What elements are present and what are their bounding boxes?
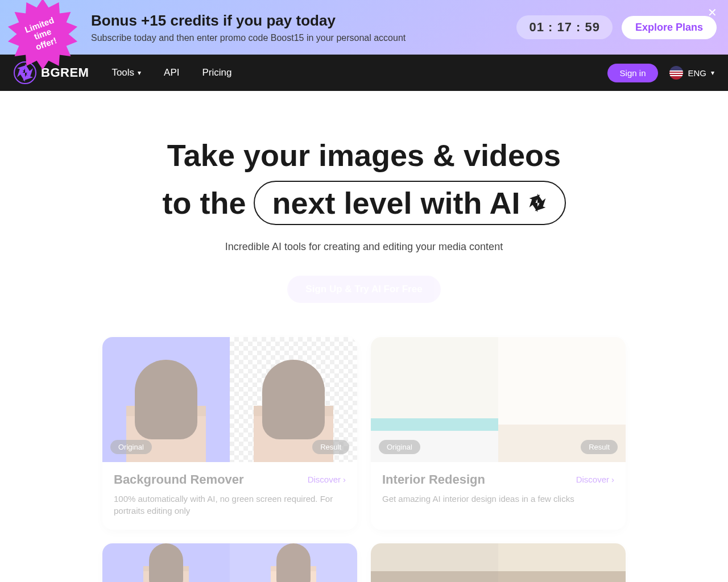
nav-tools[interactable]: Tools ▾ — [111, 67, 141, 78]
aperture-icon — [527, 193, 548, 213]
nav-api[interactable]: API — [164, 67, 179, 78]
card-head: Background Remover Discover › — [114, 472, 346, 487]
promo-title: Bonus +15 credits if you pay today — [91, 12, 516, 30]
card-body: Interior Redesign Discover › Get amazing… — [371, 462, 626, 518]
person-icon — [143, 543, 189, 582]
nav-right: Sign in ENG ▾ — [607, 64, 714, 82]
promo-banner: Limited time offer! Bonus +15 credits if… — [0, 0, 728, 55]
discover-label: Discover — [308, 475, 341, 484]
image-result-half — [498, 543, 626, 582]
badge-original: Original — [110, 440, 152, 454]
image-result-half — [230, 543, 357, 582]
main-nav: BGREM Tools ▾ API Pricing Sign in ENG ▾ — [0, 55, 728, 91]
flag-us-icon — [669, 66, 683, 80]
signin-button[interactable]: Sign in — [607, 64, 659, 82]
image-original-half — [102, 543, 230, 582]
chevron-down-icon: ▾ — [711, 69, 714, 77]
chevron-right-icon: › — [343, 475, 346, 484]
limited-offer-burst: Limited time offer! — [6, 0, 80, 71]
language-label: ENG — [688, 68, 706, 78]
card-head: Interior Redesign Discover › — [382, 472, 614, 487]
card-background-remover[interactable]: Original Result Background Remover Disco… — [102, 337, 357, 530]
tool-cards: Original Result Background Remover Disco… — [91, 337, 637, 583]
nav-pricing[interactable]: Pricing — [202, 67, 231, 78]
card-image: Original Result — [102, 337, 357, 462]
hero-pill-text: next level with AI — [272, 185, 520, 221]
card-title: Interior Redesign — [382, 472, 485, 487]
card-body: Background Remover Discover › 100% autom… — [102, 462, 357, 530]
chevron-right-icon: › — [611, 475, 614, 484]
card-image — [102, 543, 357, 582]
language-selector[interactable]: ENG ▾ — [669, 66, 714, 80]
promo-text-block: Bonus +15 credits if you pay today Subsc… — [91, 12, 516, 43]
hero-pill: next level with AI — [254, 181, 565, 225]
card-partial-3[interactable] — [102, 543, 357, 582]
hero-headline-line2: to the next level with AI — [11, 181, 717, 225]
badge-original: Original — [379, 440, 420, 454]
close-icon[interactable]: ✕ — [708, 7, 719, 18]
person-icon — [271, 543, 316, 582]
discover-link[interactable]: Discover › — [308, 475, 346, 484]
card-image — [371, 543, 626, 582]
badge-result: Result — [581, 440, 618, 454]
signup-cta-button[interactable]: Sign Up & Try AI For Free — [287, 276, 440, 303]
card-image: Original Result — [371, 337, 626, 462]
explore-plans-button[interactable]: Explore Plans — [622, 16, 717, 39]
hero: Take your images & videos to the next le… — [0, 91, 728, 326]
card-interior-redesign[interactable]: Original Result Interior Redesign Discov… — [371, 337, 626, 530]
card-description: 100% automatically with AI, no green scr… — [114, 493, 346, 518]
hero-headline-line1: Take your images & videos — [11, 136, 717, 175]
chevron-down-icon: ▾ — [138, 69, 141, 77]
discover-label: Discover — [576, 475, 609, 484]
card-title: Background Remover — [114, 472, 244, 487]
promo-subtitle: Subscribe today and then enter promo cod… — [91, 33, 516, 43]
promo-right: 01 : 17 : 59 Explore Plans — [516, 15, 717, 39]
nav-links: Tools ▾ API Pricing — [111, 67, 584, 78]
card-description: Get amazing AI interior design ideas in … — [382, 493, 614, 505]
nav-tools-label: Tools — [111, 67, 134, 78]
hero-line2-prefix: to the — [162, 185, 246, 221]
hero-subtitle: Incredible AI tools for creating and edi… — [11, 241, 717, 253]
card-partial-4[interactable] — [371, 543, 626, 582]
badge-result: Result — [312, 440, 349, 454]
image-original-half — [371, 543, 498, 582]
discover-link[interactable]: Discover › — [576, 475, 614, 484]
countdown-timer: 01 : 17 : 59 — [516, 15, 613, 39]
